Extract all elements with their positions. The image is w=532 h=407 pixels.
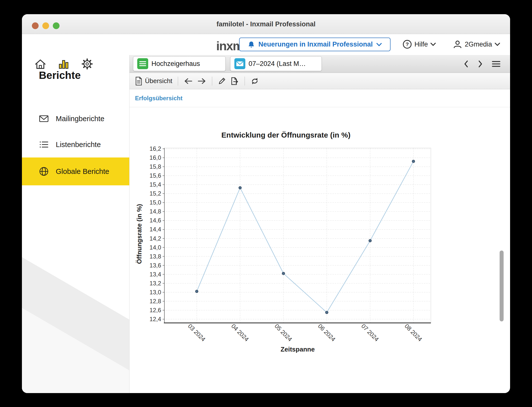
svg-text:14,0: 14,0: [149, 244, 161, 251]
mailing-tab-icon: [234, 58, 245, 69]
overview-button[interactable]: Übersicht: [135, 77, 172, 86]
svg-text:15,8: 15,8: [149, 163, 161, 170]
list-tab-icon: [137, 58, 148, 69]
refresh-icon: [250, 77, 259, 86]
sidebar-item-globale-berichte[interactable]: Globale Berichte: [22, 157, 130, 185]
edit-pencil-icon: [218, 77, 226, 85]
svg-text:14,2: 14,2: [149, 235, 161, 242]
hamburger-menu-icon: [491, 60, 501, 68]
tab-hochzeigerhaus[interactable]: Hochzeigerhaus: [133, 56, 226, 71]
user-label: 2Gmedia: [465, 41, 492, 48]
export-icon: [230, 77, 239, 86]
svg-text:12,8: 12,8: [149, 298, 161, 305]
tab-bar: Hochzeigerhaus 07–2024 (Last M…: [130, 55, 510, 73]
toolbar-separator: [245, 77, 245, 86]
chevron-down-icon: [376, 43, 382, 46]
refresh-button[interactable]: [250, 77, 259, 86]
svg-text:Zeitspanne: Zeitspanne: [280, 346, 315, 353]
svg-text:15,4: 15,4: [149, 181, 161, 188]
sidebar-item-label: Mailingberichte: [56, 115, 104, 123]
svg-text:03 2024: 03 2024: [187, 323, 207, 343]
svg-text:15,6: 15,6: [149, 172, 161, 179]
svg-text:14,8: 14,8: [149, 208, 161, 215]
user-icon: [453, 40, 462, 49]
svg-text:Entwicklung der Öffnungsrate (: Entwicklung der Öffnungsrate (in %): [221, 131, 350, 139]
news-button-label: Neuerungen in Inxmail Professional: [258, 41, 373, 48]
settings-gear-icon[interactable]: [81, 57, 94, 70]
svg-text:14,6: 14,6: [149, 217, 161, 224]
tab-scroll-left-button[interactable]: [463, 55, 469, 73]
svg-text:15,2: 15,2: [149, 190, 161, 197]
list-icon: [38, 139, 49, 150]
toolbar-separator: [212, 77, 212, 86]
overview-label: Übersicht: [145, 77, 172, 85]
svg-text:16,2: 16,2: [149, 145, 161, 152]
back-button[interactable]: [184, 77, 193, 85]
help-label: Hilfe: [414, 41, 428, 48]
svg-text:Öffnungsrate (in %): Öffnungsrate (in %): [135, 204, 143, 264]
chevron-down-icon: [495, 43, 500, 46]
svg-text:16,0: 16,0: [149, 154, 161, 161]
vertical-scrollbar[interactable]: [500, 251, 504, 321]
app-header: inxmail Neuerungen in Inxmail Profession…: [22, 34, 510, 55]
document-icon: [135, 77, 142, 86]
breadcrumb-row: Erfolgsübersicht: [130, 89, 510, 107]
chevron-left-icon: [463, 60, 469, 68]
sidebar-item-mailingberichte[interactable]: Mailingberichte: [22, 106, 130, 132]
svg-text:05 2024: 05 2024: [273, 323, 293, 343]
help-icon: ?: [402, 40, 412, 49]
svg-text:13,6: 13,6: [149, 262, 161, 269]
svg-text:15,0: 15,0: [149, 199, 161, 206]
app-window: familotel - Inxmail Professional inxmail…: [22, 14, 510, 393]
svg-text:14,4: 14,4: [149, 226, 161, 233]
export-button[interactable]: [230, 77, 239, 86]
toolbar-separator: [178, 77, 178, 86]
svg-text:13,0: 13,0: [149, 289, 161, 296]
chevron-right-icon: [478, 60, 483, 68]
breadcrumb[interactable]: Erfolgsübersicht: [135, 95, 183, 102]
user-menu[interactable]: 2Gmedia: [453, 40, 500, 49]
news-button[interactable]: Neuerungen in Inxmail Professional: [239, 38, 391, 51]
tab-label: Hochzeigerhaus: [151, 60, 200, 68]
svg-text:08 2024: 08 2024: [403, 323, 423, 343]
sidebar: Berichte Mailingberichte Listenberichte …: [22, 55, 130, 393]
home-icon[interactable]: [34, 57, 47, 70]
svg-text:04 2024: 04 2024: [230, 323, 250, 343]
svg-text:13,8: 13,8: [149, 253, 161, 260]
forward-button[interactable]: [197, 77, 206, 85]
envelope-icon: [38, 113, 49, 124]
reports-chart-icon[interactable]: [57, 57, 70, 70]
sidebar-item-label: Globale Berichte: [56, 167, 109, 176]
tab-label: 07–2024 (Last M…: [249, 60, 306, 68]
sidebar-item-label: Listenberichte: [56, 141, 101, 149]
bell-icon: [248, 41, 255, 48]
sidebar-title: Berichte: [39, 69, 81, 81]
svg-text:06 2024: 06 2024: [317, 323, 337, 343]
svg-text:07 2024: 07 2024: [360, 323, 380, 343]
sidebar-item-listenberichte[interactable]: Listenberichte: [22, 132, 130, 157]
report-toolbar: Übersicht: [130, 73, 510, 89]
help-menu[interactable]: ? Hilfe: [402, 40, 436, 49]
edit-button[interactable]: [218, 77, 226, 85]
back-arrow-icon: [184, 77, 193, 85]
tab-scroll-right-button[interactable]: [478, 55, 483, 73]
open-rate-line-chart: 12,412,612,813,013,213,413,613,814,014,2…: [132, 113, 455, 364]
forward-arrow-icon: [197, 77, 206, 85]
svg-text:13,4: 13,4: [149, 271, 161, 278]
svg-text:12,6: 12,6: [149, 307, 161, 313]
chevron-down-icon: [430, 43, 436, 46]
globe-icon: [38, 166, 49, 177]
svg-text:13,2: 13,2: [149, 280, 161, 287]
tab-overflow-menu-button[interactable]: [491, 55, 501, 73]
tab-mailing-07-2024[interactable]: 07–2024 (Last M…: [230, 56, 322, 71]
svg-text:12,4: 12,4: [149, 316, 161, 322]
svg-text:?: ?: [406, 41, 409, 47]
window-title: familotel - Inxmail Professional: [22, 14, 510, 34]
title-bar: familotel - Inxmail Professional: [22, 14, 510, 34]
